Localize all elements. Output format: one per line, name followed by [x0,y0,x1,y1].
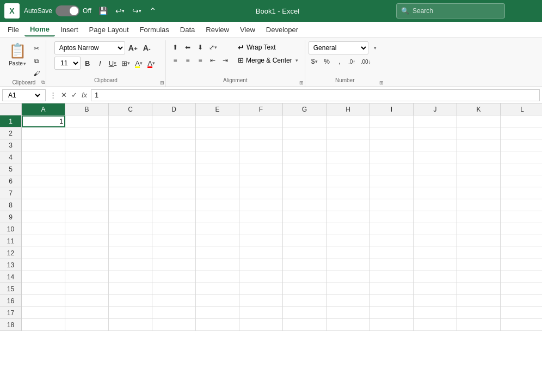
col-header-J[interactable]: J [414,103,457,115]
cell-C7[interactable] [109,187,152,199]
cell-J17[interactable] [414,307,457,319]
cell-D11[interactable] [152,235,196,247]
cell-J6[interactable] [414,175,457,187]
bold-button[interactable]: B [82,57,94,69]
cell-C18[interactable] [109,319,152,331]
cell-I13[interactable] [370,259,414,271]
cell-K2[interactable] [457,127,501,139]
row-header-14[interactable]: 14 [0,271,22,283]
cell-L4[interactable] [501,151,542,163]
col-header-H[interactable]: H [327,103,370,115]
cell-E16[interactable] [196,295,239,307]
fill-color-button[interactable]: A▾ [133,57,145,69]
cell-K13[interactable] [457,259,501,271]
cell-D9[interactable] [152,211,196,223]
cell-H15[interactable] [327,283,370,295]
clipboard-expand[interactable]: ⧉ [41,79,45,85]
cell-G5[interactable] [283,163,327,175]
align-top-button[interactable]: ⬆ [169,41,181,53]
align-right-button[interactable]: ≡ [194,54,206,66]
cell-K10[interactable] [457,223,501,235]
cell-H11[interactable] [327,235,370,247]
row-header-16[interactable]: 16 [0,295,22,307]
cell-B3[interactable] [65,139,109,151]
cell-J10[interactable] [414,223,457,235]
menu-formulas[interactable]: Formulas [134,23,175,36]
cell-E17[interactable] [196,307,239,319]
cell-L14[interactable] [501,271,542,283]
cell-L17[interactable] [501,307,542,319]
cell-L2[interactable] [501,127,542,139]
cell-L13[interactable] [501,259,542,271]
cell-K1[interactable] [457,115,501,127]
cell-K12[interactable] [457,247,501,259]
number-format-select[interactable]: General Number Currency Short Date Long … [309,41,368,54]
cell-I10[interactable] [370,223,414,235]
cell-L12[interactable] [501,247,542,259]
cell-L16[interactable] [501,295,542,307]
cell-E10[interactable] [196,223,239,235]
cell-E8[interactable] [196,199,239,211]
cell-D15[interactable] [152,283,196,295]
row-header-3[interactable]: 3 [0,139,22,151]
row-header-7[interactable]: 7 [0,187,22,199]
cell-A13[interactable] [22,259,65,271]
cell-A14[interactable] [22,271,65,283]
cell-A8[interactable] [22,199,65,211]
cell-E18[interactable] [196,319,239,331]
cell-J7[interactable] [414,187,457,199]
cell-L6[interactable] [501,175,542,187]
row-header-15[interactable]: 15 [0,283,22,295]
number-expand[interactable]: ⊞ [379,80,384,85]
cell-L5[interactable] [501,163,542,175]
cell-I3[interactable] [370,139,414,151]
align-left-button[interactable]: ≡ [169,54,181,66]
cell-I12[interactable] [370,247,414,259]
cell-A15[interactable] [22,283,65,295]
menu-insert[interactable]: Insert [55,23,84,36]
cell-A4[interactable] [22,151,65,163]
cell-F18[interactable] [239,319,283,331]
cell-D4[interactable] [152,151,196,163]
col-header-E[interactable]: E [196,103,239,115]
cell-I11[interactable] [370,235,414,247]
font-color-button[interactable]: A▾ [145,57,157,69]
more-commands-button[interactable]: ⌃ [146,4,159,18]
col-header-D[interactable]: D [152,103,196,115]
cell-K11[interactable] [457,235,501,247]
cell-D16[interactable] [152,295,196,307]
cell-I4[interactable] [370,151,414,163]
cell-K4[interactable] [457,151,501,163]
cell-E15[interactable] [196,283,239,295]
cell-G7[interactable] [283,187,327,199]
cell-I6[interactable] [370,175,414,187]
cell-J4[interactable] [414,151,457,163]
cell-F16[interactable] [239,295,283,307]
cell-E5[interactable] [196,163,239,175]
font-expand[interactable]: ⊞ [160,80,164,85]
row-header-8[interactable]: 8 [0,199,22,211]
corner-cell[interactable] [0,103,22,115]
angle-text-button[interactable]: ⤢▾ [207,41,219,53]
cell-L10[interactable] [501,223,542,235]
cell-H17[interactable] [327,307,370,319]
cell-G6[interactable] [283,175,327,187]
font-size-select[interactable]: 891011 12141618 [54,57,81,70]
save-button[interactable]: 💾 [96,4,110,18]
cell-E11[interactable] [196,235,239,247]
redo-button[interactable]: ↪▾ [130,4,144,18]
menu-view[interactable]: View [235,23,261,36]
cell-B15[interactable] [65,283,109,295]
cell-F2[interactable] [239,127,283,139]
cell-B8[interactable] [65,199,109,211]
cell-D1[interactable] [152,115,196,127]
cell-K5[interactable] [457,163,501,175]
cell-H9[interactable] [327,211,370,223]
formula-input[interactable] [91,89,540,101]
cell-D12[interactable] [152,247,196,259]
cell-C10[interactable] [109,223,152,235]
cell-H1[interactable] [327,115,370,127]
cell-H12[interactable] [327,247,370,259]
cell-G9[interactable] [283,211,327,223]
cell-G17[interactable] [283,307,327,319]
